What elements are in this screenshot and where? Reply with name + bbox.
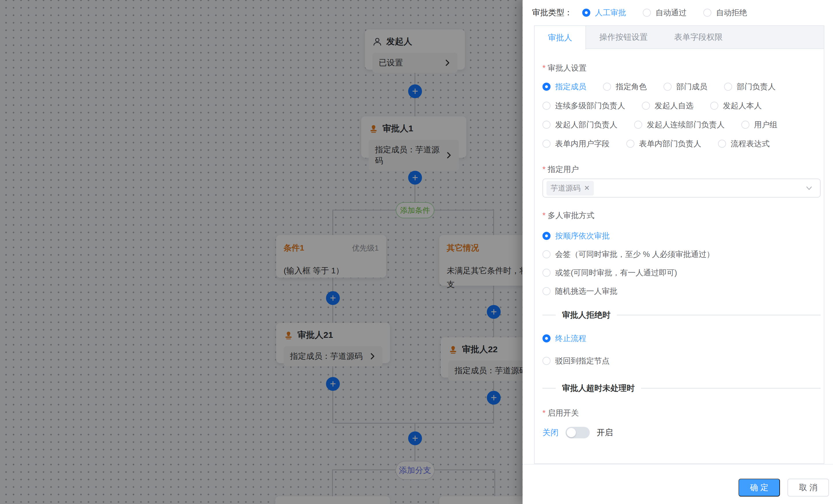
timeout-section-title: 审批人超时未处理时 (562, 383, 635, 394)
radio-sequential-approve[interactable]: 按顺序依次审批 (543, 230, 820, 241)
radio-initiator-self[interactable]: 发起人本人 (710, 101, 762, 111)
enable-switch-label: 启用开关 (543, 408, 820, 418)
tab-button-settings[interactable]: 操作按钮设置 (586, 26, 661, 48)
radio-icon (724, 83, 732, 91)
radio-countersign[interactable]: 会签（可同时审批，至少 % 人必须审批通过） (543, 249, 820, 260)
radio-icon (710, 102, 718, 110)
user-tag: 芋道源码 ✕ (547, 181, 594, 196)
radio-user-group[interactable]: 用户组 (741, 120, 777, 130)
timeout-section-divider: 审批人超时未处理时 (543, 382, 820, 394)
radio-assigned-role[interactable]: 指定角色 (603, 81, 647, 92)
reject-section-title: 审批人拒绝时 (562, 310, 611, 321)
radio-form-dept-leader[interactable]: 表单内部门负责人 (626, 138, 701, 149)
radio-icon (543, 121, 550, 129)
radio-icon (543, 102, 550, 110)
radio-icon (543, 357, 550, 365)
radio-form-user-field[interactable]: 表单内用户字段 (543, 138, 610, 149)
switch-off-label: 关闭 (543, 427, 558, 438)
cancel-button[interactable]: 取消 (787, 479, 829, 497)
radio-auto-pass[interactable]: 自动通过 (643, 7, 687, 18)
assigned-user-select[interactable]: 芋道源码 ✕ (543, 179, 820, 198)
radio-icon (741, 121, 749, 129)
radio-icon (543, 334, 550, 343)
enable-switch-row: 关闭 开启 (543, 426, 820, 439)
radio-icon (703, 9, 711, 17)
tabs-header: 审批人 操作按钮设置 表单字段权限 (535, 26, 824, 49)
tag-close-icon[interactable]: ✕ (584, 184, 590, 192)
assigned-user-label: 指定用户 (543, 164, 820, 175)
radio-icon (543, 140, 550, 148)
confirm-button[interactable]: 确定 (738, 479, 780, 497)
radio-icon (643, 9, 651, 17)
radio-icon (543, 269, 550, 277)
radio-icon (634, 121, 642, 129)
workflow-designer-screen: 发起人 已设置 + + + + + + + (0, 0, 833, 504)
tab-form-field-permission[interactable]: 表单字段权限 (661, 26, 736, 48)
radio-icon (603, 83, 611, 91)
user-tag-text: 芋道源码 (550, 183, 580, 193)
drawer-footer: 确定 取消 (523, 464, 833, 504)
radio-random-one[interactable]: 随机挑选一人审批 (543, 286, 820, 297)
radio-orsign[interactable]: 或签(可同时审批，有一人通过即可) (543, 267, 820, 278)
radio-dept-member[interactable]: 部门成员 (664, 81, 707, 92)
radio-icon (642, 102, 650, 110)
radio-multi-level-dept-leader[interactable]: 连续多级部门负责人 (543, 101, 625, 111)
toggle-knob (567, 428, 576, 437)
reject-section-divider: 审批人拒绝时 (543, 309, 820, 321)
form-scroll-area[interactable]: 审批人设置 指定成员 指定角色 部门成员 部门负责人 连续多级部门负责人 发起人… (535, 50, 824, 449)
approver-setting-label: 审批人设置 (543, 63, 820, 73)
radio-icon (626, 140, 635, 148)
radio-dept-leader[interactable]: 部门负责人 (724, 81, 776, 92)
radio-icon (543, 250, 550, 258)
approver-config-drawer: 审批类型： 人工审批 自动通过 自动拒绝 审批人 操作按钮设 (523, 0, 833, 504)
radio-terminate-process[interactable]: 终止流程 (543, 333, 820, 344)
approve-type-row: 审批类型： 人工审批 自动通过 自动拒绝 (532, 5, 824, 21)
radio-assigned-member[interactable]: 指定成员 (543, 81, 586, 92)
radio-auto-reject[interactable]: 自动拒绝 (703, 7, 747, 18)
radio-process-expression[interactable]: 流程表达式 (718, 138, 769, 149)
switch-on-label: 开启 (597, 427, 613, 438)
multi-approve-label: 多人审批方式 (543, 210, 820, 221)
config-tabs-card: 审批人 操作按钮设置 表单字段权限 审批人设置 指定成员 指定角色 部门成员 部… (534, 25, 824, 464)
chevron-down-icon (805, 184, 813, 192)
tab-approver[interactable]: 审批人 (535, 26, 586, 50)
radio-return-to-node[interactable]: 驳回到指定节点 (543, 355, 820, 366)
radio-initiator-multi-dept-leader[interactable]: 发起人连续部门负责人 (634, 120, 724, 130)
radio-icon (543, 287, 550, 295)
radio-icon (543, 83, 550, 91)
radio-initiator-select[interactable]: 发起人自选 (642, 101, 693, 111)
approve-type-label: 审批类型： (532, 7, 572, 18)
radio-manual-approve[interactable]: 人工审批 (582, 7, 626, 18)
radio-icon (664, 83, 672, 91)
enable-toggle[interactable] (566, 427, 590, 438)
radio-icon (718, 140, 726, 148)
radio-icon (582, 9, 590, 17)
radio-initiator-dept-leader[interactable]: 发起人部门负责人 (543, 120, 617, 130)
radio-icon (543, 232, 550, 240)
tab-pane-approver: 审批人设置 指定成员 指定角色 部门成员 部门负责人 连续多级部门负责人 发起人… (535, 50, 824, 463)
